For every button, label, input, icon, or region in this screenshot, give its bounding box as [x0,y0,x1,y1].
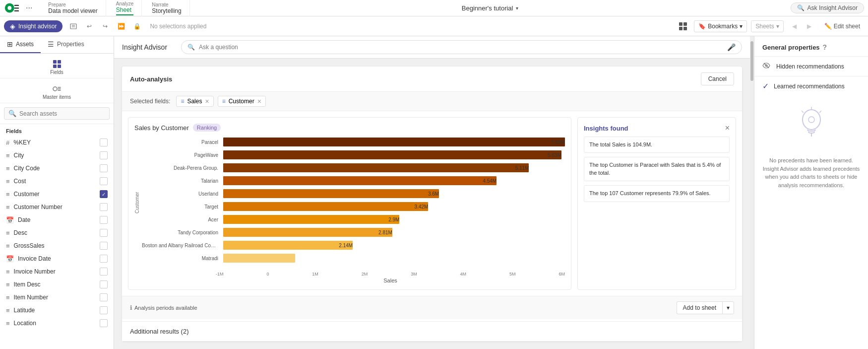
toolbar2: ◈ Insight advisor ↩ ↪ ⏩ 🔒 No selections … [0,16,868,36]
field-item[interactable]: ≡ Cost [0,175,114,188]
bar-value: 4.54M [483,178,496,184]
insight-advisor-icon: ◈ [10,22,15,30]
svg-rect-5 [70,24,76,29]
bar-fill: 5.63M [223,150,561,159]
svg-rect-9 [683,22,687,26]
remove-customer-button[interactable]: × [257,98,261,105]
bookmarks-chevron-icon: ▾ [740,23,743,30]
field-checkbox[interactable] [100,255,108,263]
nav-analyze[interactable]: Analyze Sheet [108,0,142,16]
field-item[interactable]: ≡ City Code [0,162,114,175]
left-panel-tabs: ⊞ Assets ☰ Properties [0,36,114,54]
field-item[interactable]: ≡ Customer ✓ [0,188,114,201]
field-item[interactable]: ≡ GrossSales [0,239,114,252]
bar-value: 3.6M [428,191,439,197]
field-item[interactable]: ≡ Item Desc [0,278,114,291]
info-icon: ℹ [130,304,132,311]
auto-analysis-card: Auto-analysis Cancel Selected fields: ≡ … [122,67,742,341]
field-item[interactable]: ≡ Location [0,317,114,330]
field-item[interactable]: ≡ Latitude [0,304,114,317]
field-checkbox[interactable] [100,268,108,276]
ask-insight-button[interactable]: 🔍 Ask Insight Advisor [791,2,864,13]
bar-row: Deak-Perera Group.5.11M [142,161,565,174]
field-item[interactable]: ≡ Invoice Number [0,265,114,278]
properties-icon: ☰ [48,40,54,48]
learned-recommendations-item[interactable]: ✓ Learned recommendations [754,76,868,96]
bar-fill: 3.6M [223,189,439,198]
next-sheet-button[interactable]: ▶ [803,19,816,33]
app-title: Beginner's tutorial [462,4,513,12]
left-panel: ⊞ Assets ☰ Properties Fields [0,36,114,349]
bar-container: 4.54M [223,176,565,185]
field-chip-sales[interactable]: ≡ Sales × [176,96,213,107]
insight-advisor-tab[interactable]: ◈ Insight advisor [4,20,62,32]
field-checkbox[interactable] [100,177,108,185]
ia-question-input[interactable] [199,44,723,51]
bookmark-icon: 🔖 [698,23,706,30]
field-item[interactable]: 📅 Date [0,213,114,226]
forward-button[interactable]: ↪ [98,19,112,33]
field-chip-customer[interactable]: ≡ Customer × [218,96,266,107]
field-checkbox[interactable] [100,151,108,159]
field-checkbox[interactable] [100,139,108,146]
microphone-icon[interactable]: 🎤 [727,43,736,51]
search-input-wrap[interactable]: 🔍 [4,107,110,120]
cancel-button[interactable]: Cancel [701,72,734,85]
search-assets-input[interactable] [19,110,105,117]
edit-sheet-button[interactable]: ✏️ Edit sheet [820,21,864,32]
insight-item: The top 107 Customer represents 79.9% of… [584,185,730,202]
field-item[interactable]: 📅 Invoice Date [0,252,114,265]
bar-label: Tandy Corporation [142,230,221,235]
bar-row: Tandy Corporation2.81M [142,226,565,239]
step-forward-button[interactable]: ⏩ [114,19,128,33]
remove-sales-button[interactable]: × [205,98,209,105]
app-title-chevron-icon[interactable]: ▾ [516,5,518,11]
field-item[interactable]: ≡ City [0,149,114,162]
bookmarks-button[interactable]: 🔖 Bookmarks ▾ [694,20,747,32]
field-checkbox-checked[interactable]: ✓ [100,190,108,198]
field-checkbox[interactable] [100,203,108,211]
field-checkbox[interactable] [100,306,108,314]
outer-scrollbar[interactable] [750,36,754,349]
selection-tool-button[interactable] [66,19,80,33]
field-checkbox[interactable] [100,293,108,301]
add-to-sheet-button[interactable]: Add to sheet [677,301,722,314]
sheets-button[interactable]: Sheets ▾ [751,20,783,32]
undo-button[interactable]: ↩ [82,19,96,33]
help-icon[interactable]: ? [823,43,827,51]
field-checkbox[interactable] [100,164,108,172]
close-insights-button[interactable]: × [725,124,730,133]
aa-card-header: Auto-analysis Cancel [122,67,742,92]
field-checkbox[interactable] [100,216,108,224]
outer-scroll-thumb[interactable] [750,41,753,81]
more-options-button[interactable]: ··· [26,3,32,12]
ia-search-bar[interactable]: 🔍 🎤 [181,40,742,54]
field-checkbox[interactable] [100,242,108,250]
auto-analysis-title: Auto-analysis [130,75,172,83]
lock-button[interactable]: 🔒 [130,19,144,33]
field-checkbox[interactable] [100,280,108,288]
field-item[interactable]: ≡ Desc [0,226,114,239]
svg-rect-8 [679,22,682,26]
field-item[interactable]: ≡ Customer Number [0,201,114,213]
nav-narrate[interactable]: Narrate Storytelling [144,0,189,16]
prev-sheet-button[interactable]: ◀ [788,19,802,33]
hidden-recommendations-item[interactable]: Hidden recommendations [754,56,868,76]
grid-layout-button[interactable] [676,19,690,33]
additional-results: Additional results (2) [122,321,742,341]
tab-properties[interactable]: ☰ Properties [41,36,91,53]
field-item[interactable]: # %KEY [0,136,114,149]
bar-label: Matradi [142,256,221,261]
tab-assets[interactable]: ⊞ Assets [0,36,41,53]
add-to-sheet-dropdown-button[interactable]: ▾ [722,301,734,314]
nav-prepare[interactable]: Prepare Data model viewer [40,0,106,16]
qlik-logo[interactable] [4,2,20,13]
field-checkbox[interactable] [100,229,108,237]
fields-sidebar-button[interactable]: Fields [50,59,63,75]
field-checkbox[interactable] [100,319,108,327]
master-items-sidebar-button[interactable]: Master items [43,83,71,100]
insight-item: The top Customer is Paracel with Sales t… [584,157,730,181]
field-item[interactable]: ≡ Item Number [0,291,114,304]
search-icon: 🔍 [797,4,805,11]
svg-line-23 [819,111,821,113]
